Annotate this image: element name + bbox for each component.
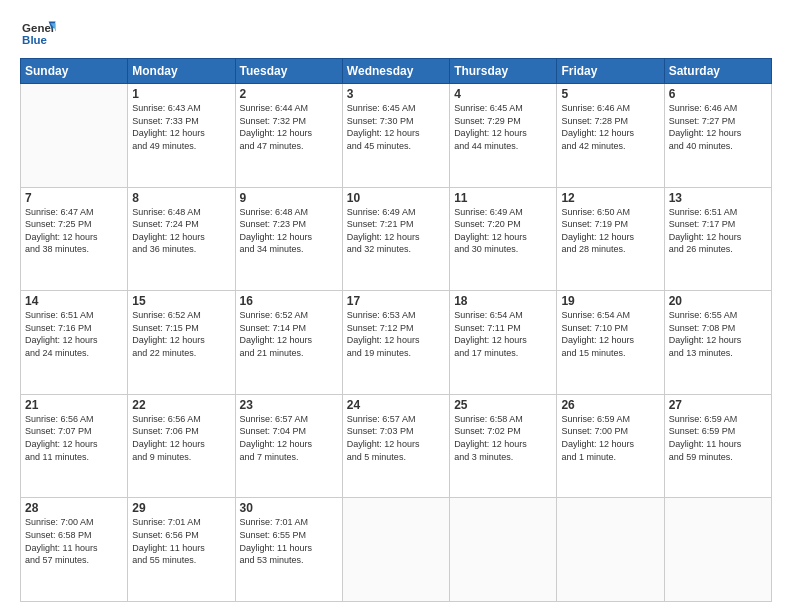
header: General Blue [20,18,772,48]
calendar-cell [21,84,128,188]
day-number: 28 [25,501,123,515]
calendar-cell: 11Sunrise: 6:49 AM Sunset: 7:20 PM Dayli… [450,187,557,291]
cell-info: Sunrise: 6:51 AM Sunset: 7:16 PM Dayligh… [25,309,123,359]
day-number: 2 [240,87,338,101]
day-number: 16 [240,294,338,308]
cell-info: Sunrise: 6:48 AM Sunset: 7:23 PM Dayligh… [240,206,338,256]
calendar-header-row: SundayMondayTuesdayWednesdayThursdayFrid… [21,59,772,84]
cell-info: Sunrise: 6:46 AM Sunset: 7:27 PM Dayligh… [669,102,767,152]
calendar-week-3: 14Sunrise: 6:51 AM Sunset: 7:16 PM Dayli… [21,291,772,395]
calendar-cell [342,498,449,602]
calendar-cell [664,498,771,602]
cell-info: Sunrise: 6:46 AM Sunset: 7:28 PM Dayligh… [561,102,659,152]
calendar-week-1: 1Sunrise: 6:43 AM Sunset: 7:33 PM Daylig… [21,84,772,188]
calendar-cell: 4Sunrise: 6:45 AM Sunset: 7:29 PM Daylig… [450,84,557,188]
calendar-cell: 25Sunrise: 6:58 AM Sunset: 7:02 PM Dayli… [450,394,557,498]
calendar-cell: 12Sunrise: 6:50 AM Sunset: 7:19 PM Dayli… [557,187,664,291]
day-number: 1 [132,87,230,101]
cell-info: Sunrise: 6:51 AM Sunset: 7:17 PM Dayligh… [669,206,767,256]
day-number: 8 [132,191,230,205]
calendar-header-sunday: Sunday [21,59,128,84]
calendar-cell: 23Sunrise: 6:57 AM Sunset: 7:04 PM Dayli… [235,394,342,498]
day-number: 13 [669,191,767,205]
cell-info: Sunrise: 6:58 AM Sunset: 7:02 PM Dayligh… [454,413,552,463]
calendar-cell: 28Sunrise: 7:00 AM Sunset: 6:58 PM Dayli… [21,498,128,602]
day-number: 17 [347,294,445,308]
calendar-cell: 17Sunrise: 6:53 AM Sunset: 7:12 PM Dayli… [342,291,449,395]
svg-text:Blue: Blue [22,34,47,46]
cell-info: Sunrise: 6:52 AM Sunset: 7:15 PM Dayligh… [132,309,230,359]
cell-info: Sunrise: 7:00 AM Sunset: 6:58 PM Dayligh… [25,516,123,566]
calendar-cell: 6Sunrise: 6:46 AM Sunset: 7:27 PM Daylig… [664,84,771,188]
cell-info: Sunrise: 6:56 AM Sunset: 7:07 PM Dayligh… [25,413,123,463]
day-number: 7 [25,191,123,205]
calendar-cell: 29Sunrise: 7:01 AM Sunset: 6:56 PM Dayli… [128,498,235,602]
cell-info: Sunrise: 6:45 AM Sunset: 7:30 PM Dayligh… [347,102,445,152]
cell-info: Sunrise: 6:48 AM Sunset: 7:24 PM Dayligh… [132,206,230,256]
calendar-header-friday: Friday [557,59,664,84]
calendar-header-saturday: Saturday [664,59,771,84]
cell-info: Sunrise: 6:54 AM Sunset: 7:11 PM Dayligh… [454,309,552,359]
day-number: 3 [347,87,445,101]
calendar-header-thursday: Thursday [450,59,557,84]
calendar-cell: 3Sunrise: 6:45 AM Sunset: 7:30 PM Daylig… [342,84,449,188]
calendar-cell: 18Sunrise: 6:54 AM Sunset: 7:11 PM Dayli… [450,291,557,395]
cell-info: Sunrise: 6:43 AM Sunset: 7:33 PM Dayligh… [132,102,230,152]
calendar-header-wednesday: Wednesday [342,59,449,84]
calendar-cell: 27Sunrise: 6:59 AM Sunset: 6:59 PM Dayli… [664,394,771,498]
calendar-cell: 15Sunrise: 6:52 AM Sunset: 7:15 PM Dayli… [128,291,235,395]
day-number: 12 [561,191,659,205]
cell-info: Sunrise: 7:01 AM Sunset: 6:56 PM Dayligh… [132,516,230,566]
cell-info: Sunrise: 6:59 AM Sunset: 7:00 PM Dayligh… [561,413,659,463]
calendar-cell: 16Sunrise: 6:52 AM Sunset: 7:14 PM Dayli… [235,291,342,395]
day-number: 30 [240,501,338,515]
cell-info: Sunrise: 6:49 AM Sunset: 7:21 PM Dayligh… [347,206,445,256]
day-number: 10 [347,191,445,205]
calendar-table: SundayMondayTuesdayWednesdayThursdayFrid… [20,58,772,602]
day-number: 25 [454,398,552,412]
calendar-cell: 26Sunrise: 6:59 AM Sunset: 7:00 PM Dayli… [557,394,664,498]
cell-info: Sunrise: 6:55 AM Sunset: 7:08 PM Dayligh… [669,309,767,359]
cell-info: Sunrise: 6:45 AM Sunset: 7:29 PM Dayligh… [454,102,552,152]
day-number: 20 [669,294,767,308]
calendar-cell: 5Sunrise: 6:46 AM Sunset: 7:28 PM Daylig… [557,84,664,188]
calendar-cell: 22Sunrise: 6:56 AM Sunset: 7:06 PM Dayli… [128,394,235,498]
calendar-cell: 7Sunrise: 6:47 AM Sunset: 7:25 PM Daylig… [21,187,128,291]
calendar-cell: 14Sunrise: 6:51 AM Sunset: 7:16 PM Dayli… [21,291,128,395]
day-number: 15 [132,294,230,308]
day-number: 4 [454,87,552,101]
calendar-week-2: 7Sunrise: 6:47 AM Sunset: 7:25 PM Daylig… [21,187,772,291]
day-number: 14 [25,294,123,308]
cell-info: Sunrise: 6:49 AM Sunset: 7:20 PM Dayligh… [454,206,552,256]
calendar-week-4: 21Sunrise: 6:56 AM Sunset: 7:07 PM Dayli… [21,394,772,498]
calendar-cell: 19Sunrise: 6:54 AM Sunset: 7:10 PM Dayli… [557,291,664,395]
cell-info: Sunrise: 6:50 AM Sunset: 7:19 PM Dayligh… [561,206,659,256]
day-number: 9 [240,191,338,205]
day-number: 19 [561,294,659,308]
day-number: 22 [132,398,230,412]
day-number: 27 [669,398,767,412]
calendar-cell: 21Sunrise: 6:56 AM Sunset: 7:07 PM Dayli… [21,394,128,498]
calendar-cell: 30Sunrise: 7:01 AM Sunset: 6:55 PM Dayli… [235,498,342,602]
day-number: 21 [25,398,123,412]
calendar-cell: 10Sunrise: 6:49 AM Sunset: 7:21 PM Dayli… [342,187,449,291]
calendar-cell: 2Sunrise: 6:44 AM Sunset: 7:32 PM Daylig… [235,84,342,188]
calendar-cell: 1Sunrise: 6:43 AM Sunset: 7:33 PM Daylig… [128,84,235,188]
calendar-cell: 8Sunrise: 6:48 AM Sunset: 7:24 PM Daylig… [128,187,235,291]
cell-info: Sunrise: 6:57 AM Sunset: 7:03 PM Dayligh… [347,413,445,463]
day-number: 11 [454,191,552,205]
day-number: 5 [561,87,659,101]
day-number: 6 [669,87,767,101]
cell-info: Sunrise: 7:01 AM Sunset: 6:55 PM Dayligh… [240,516,338,566]
day-number: 18 [454,294,552,308]
calendar-header-monday: Monday [128,59,235,84]
calendar-cell [557,498,664,602]
cell-info: Sunrise: 6:57 AM Sunset: 7:04 PM Dayligh… [240,413,338,463]
day-number: 26 [561,398,659,412]
cell-info: Sunrise: 6:59 AM Sunset: 6:59 PM Dayligh… [669,413,767,463]
cell-info: Sunrise: 6:52 AM Sunset: 7:14 PM Dayligh… [240,309,338,359]
page: General Blue SundayMondayTuesdayWednesda… [0,0,792,612]
cell-info: Sunrise: 6:53 AM Sunset: 7:12 PM Dayligh… [347,309,445,359]
cell-info: Sunrise: 6:44 AM Sunset: 7:32 PM Dayligh… [240,102,338,152]
calendar-cell [450,498,557,602]
